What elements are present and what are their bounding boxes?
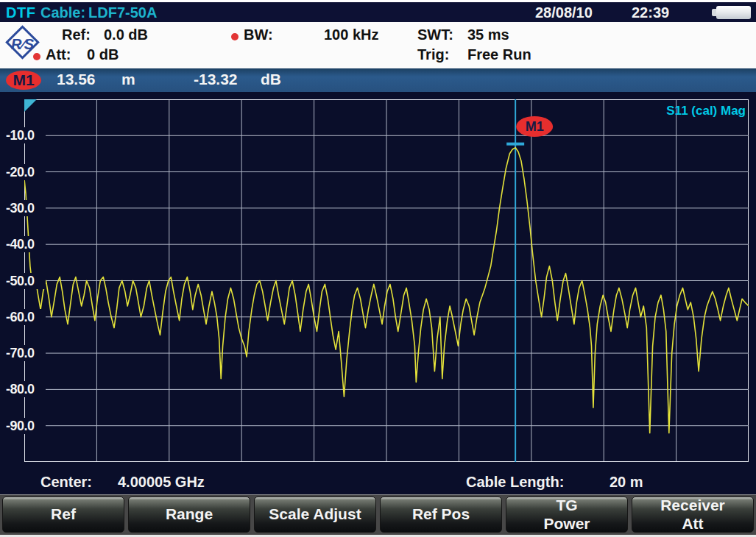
softkey-bar: RefRangeScale AdjustRef PosTG PowerRecei… (0, 494, 756, 535)
swt-label: SWT: (417, 26, 453, 43)
title-bar: DTF Cable: LDF7-50A 28/08/10 22:39 (0, 2, 756, 22)
bw-label: BW: (244, 26, 273, 43)
marker-m1-chart-badge-label: M1 (526, 119, 544, 134)
softkey-ref-pos[interactable]: Ref Pos (380, 497, 502, 533)
ref-position-triangle-icon (24, 99, 37, 112)
y-axis-label: -10.0 (6, 127, 46, 143)
softkey-tg-power[interactable]: TG Power (506, 497, 628, 533)
center-frequency-label: Center: (40, 474, 92, 491)
time-display: 22:39 (632, 4, 669, 21)
instrument-screen: DTF Cable: LDF7-50A 28/08/10 22:39 R∕S R… (0, 0, 756, 537)
cable-model-value: LDF7-50A (88, 4, 157, 21)
softkey-receiver-att[interactable]: Receiver Att (632, 497, 754, 533)
ref-label: Ref: (62, 26, 91, 43)
marker-distance-unit: m (121, 71, 135, 88)
mode-indicator: DTF (6, 4, 35, 21)
ref-value: 0.0 dB (104, 26, 148, 43)
cable-length-value: 20 m (610, 474, 643, 491)
measurement-header: R∕S Ref: 0.0 dB Att: 0 dB BW: 100 kHz SW… (0, 22, 756, 68)
marker-distance-value: 13.56 (57, 71, 96, 88)
rohde-schwarz-logo-text: R∕S (6, 36, 39, 53)
softkey-ref[interactable]: Ref (2, 497, 124, 533)
cable-length-label: Cable Length: (466, 474, 564, 491)
bw-status-dot-icon (231, 33, 239, 40)
marker-readout-bar: M1 13.56 m -13.32 dB (0, 68, 756, 92)
y-axis-label: -50.0 (6, 273, 46, 289)
swt-value: 35 ms (467, 26, 509, 43)
center-frequency-value: 4.00005 GHz (118, 474, 205, 491)
y-axis-label: -20.0 (6, 164, 46, 180)
trace-plot: M1 (24, 99, 749, 462)
trace-chart-area: M1 S11 (cal) Mag -10.0-20.0-30.0-40.0-50… (0, 92, 756, 494)
marker-level-unit: dB (261, 71, 281, 88)
cable-label: Cable: (40, 4, 85, 21)
marker-level-value: -13.32 (194, 71, 238, 88)
y-axis-label: -80.0 (6, 381, 46, 397)
y-axis-label: -90.0 (6, 418, 46, 434)
trig-label: Trig: (417, 46, 449, 63)
att-status-dot-icon (33, 53, 40, 60)
y-axis-label: -70.0 (6, 345, 46, 361)
trig-value: Free Run (467, 46, 531, 63)
att-value: 0 dB (87, 46, 119, 63)
bw-value: 100 kHz (324, 26, 379, 43)
battery-icon (716, 6, 751, 19)
softkey-range[interactable]: Range (128, 497, 250, 533)
y-axis-label: -40.0 (6, 236, 46, 252)
marker-m1-badge[interactable]: M1 (6, 71, 41, 90)
date-display: 28/08/10 (535, 4, 593, 21)
softkey-scale-adjust[interactable]: Scale Adjust (254, 497, 376, 533)
y-axis-label: -60.0 (6, 309, 46, 325)
att-label: Att: (46, 46, 71, 63)
trace-mode-label: S11 (cal) Mag (666, 104, 746, 118)
y-axis-label: -30.0 (6, 200, 46, 216)
